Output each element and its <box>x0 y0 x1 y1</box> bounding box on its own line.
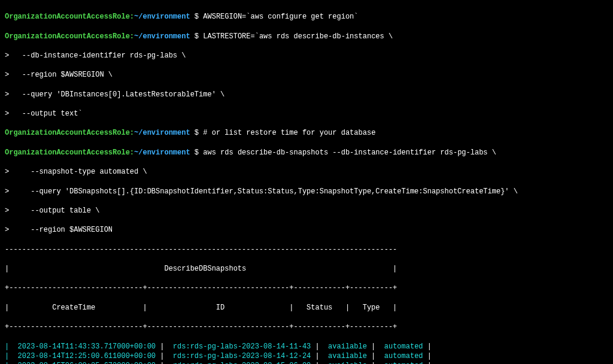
continuation: > --output text` <box>5 109 608 119</box>
cmd-awsregion: AWSREGION=`aws configure get region` <box>203 13 358 21</box>
continuation: > --region $AWSREGION <box>5 225 608 235</box>
table-title: | DescribeDBSnapshots | <box>5 264 608 274</box>
table-row: | 2023-08-15T06:00:25.672000+00:00 | rds… <box>5 361 608 364</box>
prompt-line: OrganizationAccountAccessRole:~/environm… <box>5 148 608 157</box>
prompt-line: OrganizationAccountAccessRole:~/environm… <box>5 12 608 22</box>
prompt-line: OrganizationAccountAccessRole:~/environm… <box>5 128 608 138</box>
prompt-path: ~/environment <box>134 13 190 21</box>
cmd-describe-snapshots: aws rds describe-db-snapshots --db-insta… <box>203 148 496 157</box>
table-border: +-------------------------------+-------… <box>5 322 608 332</box>
table-row: | 2023-08-14T12:25:00.611000+00:00 | rds… <box>5 351 608 361</box>
prompt-role: OrganizationAccountAccessRole: <box>5 13 134 21</box>
table-row: | 2023-08-14T11:43:33.717000+00:00 | rds… <box>5 342 608 351</box>
terminal-output[interactable]: OrganizationAccountAccessRole:~/environm… <box>0 0 613 364</box>
continuation: > --output table \ <box>5 206 608 216</box>
table-border: ----------------------------------------… <box>5 245 608 254</box>
prompt-sep: $ <box>190 13 204 21</box>
continuation: > --db-instance-identifier rds-pg-labs \ <box>5 51 608 60</box>
table-border: +-------------------------------+-------… <box>5 283 608 293</box>
continuation: > --snapshot-type automated \ <box>5 167 608 177</box>
table-body: | 2023-08-14T11:43:33.717000+00:00 | rds… <box>5 342 608 364</box>
table-header: | CreateTime | ID | Status | Type | <box>5 303 608 313</box>
cmd-comment: # or list restore time for your database <box>203 129 375 137</box>
cmd-lastrestore: LASTRESTORE=`aws rds describe-db-instanc… <box>203 32 393 41</box>
prompt-line: OrganizationAccountAccessRole:~/environm… <box>5 32 608 41</box>
continuation: > --query 'DBSnapshots[].{ID:DBSnapshotI… <box>5 187 608 196</box>
continuation: > --region $AWSREGION \ <box>5 70 608 80</box>
continuation: > --query 'DBInstances[0].LatestRestorab… <box>5 90 608 99</box>
